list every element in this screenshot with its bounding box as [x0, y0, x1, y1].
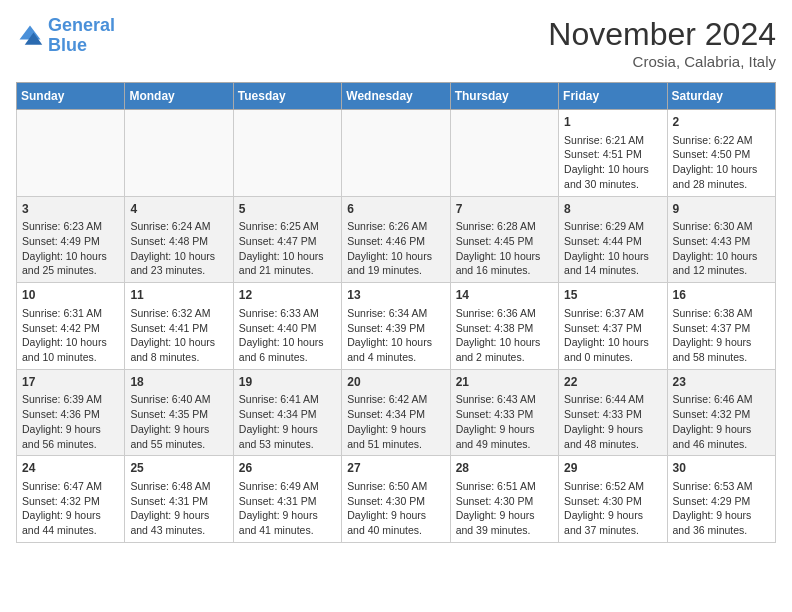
day-number: 17 [22, 374, 119, 391]
calendar-cell: 3Sunrise: 6:23 AMSunset: 4:49 PMDaylight… [17, 196, 125, 283]
calendar-table: SundayMondayTuesdayWednesdayThursdayFrid… [16, 82, 776, 543]
calendar-cell: 10Sunrise: 6:31 AMSunset: 4:42 PMDayligh… [17, 283, 125, 370]
weekday-header-tuesday: Tuesday [233, 83, 341, 110]
day-number: 14 [456, 287, 553, 304]
day-info: Sunrise: 6:53 AMSunset: 4:29 PMDaylight:… [673, 479, 770, 538]
calendar-cell: 28Sunrise: 6:51 AMSunset: 4:30 PMDayligh… [450, 456, 558, 543]
calendar-cell: 21Sunrise: 6:43 AMSunset: 4:33 PMDayligh… [450, 369, 558, 456]
day-number: 9 [673, 201, 770, 218]
day-info: Sunrise: 6:34 AMSunset: 4:39 PMDaylight:… [347, 306, 444, 365]
calendar-cell: 25Sunrise: 6:48 AMSunset: 4:31 PMDayligh… [125, 456, 233, 543]
calendar-cell: 7Sunrise: 6:28 AMSunset: 4:45 PMDaylight… [450, 196, 558, 283]
day-info: Sunrise: 6:24 AMSunset: 4:48 PMDaylight:… [130, 219, 227, 278]
day-info: Sunrise: 6:48 AMSunset: 4:31 PMDaylight:… [130, 479, 227, 538]
day-number: 21 [456, 374, 553, 391]
day-info: Sunrise: 6:41 AMSunset: 4:34 PMDaylight:… [239, 392, 336, 451]
title-block: November 2024 Crosia, Calabria, Italy [548, 16, 776, 70]
calendar-cell: 19Sunrise: 6:41 AMSunset: 4:34 PMDayligh… [233, 369, 341, 456]
day-info: Sunrise: 6:31 AMSunset: 4:42 PMDaylight:… [22, 306, 119, 365]
day-number: 12 [239, 287, 336, 304]
calendar-body: 1Sunrise: 6:21 AMSunset: 4:51 PMDaylight… [17, 110, 776, 543]
day-info: Sunrise: 6:50 AMSunset: 4:30 PMDaylight:… [347, 479, 444, 538]
day-number: 26 [239, 460, 336, 477]
logo: General Blue [16, 16, 115, 56]
day-number: 7 [456, 201, 553, 218]
calendar-cell [450, 110, 558, 197]
calendar-cell: 17Sunrise: 6:39 AMSunset: 4:36 PMDayligh… [17, 369, 125, 456]
weekday-header-saturday: Saturday [667, 83, 775, 110]
day-number: 22 [564, 374, 661, 391]
day-number: 24 [22, 460, 119, 477]
day-number: 28 [456, 460, 553, 477]
calendar-cell: 29Sunrise: 6:52 AMSunset: 4:30 PMDayligh… [559, 456, 667, 543]
calendar-cell [125, 110, 233, 197]
logo-icon [16, 22, 44, 50]
day-info: Sunrise: 6:40 AMSunset: 4:35 PMDaylight:… [130, 392, 227, 451]
page-header: General Blue November 2024 Crosia, Calab… [16, 16, 776, 70]
day-number: 19 [239, 374, 336, 391]
calendar-week-2: 3Sunrise: 6:23 AMSunset: 4:49 PMDaylight… [17, 196, 776, 283]
calendar-cell: 9Sunrise: 6:30 AMSunset: 4:43 PMDaylight… [667, 196, 775, 283]
day-info: Sunrise: 6:25 AMSunset: 4:47 PMDaylight:… [239, 219, 336, 278]
weekday-header-monday: Monday [125, 83, 233, 110]
day-info: Sunrise: 6:36 AMSunset: 4:38 PMDaylight:… [456, 306, 553, 365]
day-info: Sunrise: 6:49 AMSunset: 4:31 PMDaylight:… [239, 479, 336, 538]
calendar-cell: 8Sunrise: 6:29 AMSunset: 4:44 PMDaylight… [559, 196, 667, 283]
day-number: 4 [130, 201, 227, 218]
calendar-cell: 16Sunrise: 6:38 AMSunset: 4:37 PMDayligh… [667, 283, 775, 370]
calendar-cell [17, 110, 125, 197]
day-info: Sunrise: 6:32 AMSunset: 4:41 PMDaylight:… [130, 306, 227, 365]
day-info: Sunrise: 6:30 AMSunset: 4:43 PMDaylight:… [673, 219, 770, 278]
day-number: 30 [673, 460, 770, 477]
calendar-cell: 6Sunrise: 6:26 AMSunset: 4:46 PMDaylight… [342, 196, 450, 283]
day-number: 29 [564, 460, 661, 477]
day-info: Sunrise: 6:29 AMSunset: 4:44 PMDaylight:… [564, 219, 661, 278]
day-info: Sunrise: 6:37 AMSunset: 4:37 PMDaylight:… [564, 306, 661, 365]
day-number: 2 [673, 114, 770, 131]
day-number: 10 [22, 287, 119, 304]
day-number: 23 [673, 374, 770, 391]
calendar-week-1: 1Sunrise: 6:21 AMSunset: 4:51 PMDaylight… [17, 110, 776, 197]
day-info: Sunrise: 6:22 AMSunset: 4:50 PMDaylight:… [673, 133, 770, 192]
calendar-week-4: 17Sunrise: 6:39 AMSunset: 4:36 PMDayligh… [17, 369, 776, 456]
weekday-header-wednesday: Wednesday [342, 83, 450, 110]
weekday-header-friday: Friday [559, 83, 667, 110]
day-number: 16 [673, 287, 770, 304]
day-number: 18 [130, 374, 227, 391]
month-title: November 2024 [548, 16, 776, 53]
day-number: 3 [22, 201, 119, 218]
calendar-cell: 30Sunrise: 6:53 AMSunset: 4:29 PMDayligh… [667, 456, 775, 543]
day-info: Sunrise: 6:23 AMSunset: 4:49 PMDaylight:… [22, 219, 119, 278]
calendar-cell [342, 110, 450, 197]
day-number: 6 [347, 201, 444, 218]
day-info: Sunrise: 6:38 AMSunset: 4:37 PMDaylight:… [673, 306, 770, 365]
calendar-cell: 15Sunrise: 6:37 AMSunset: 4:37 PMDayligh… [559, 283, 667, 370]
day-info: Sunrise: 6:26 AMSunset: 4:46 PMDaylight:… [347, 219, 444, 278]
calendar-cell: 24Sunrise: 6:47 AMSunset: 4:32 PMDayligh… [17, 456, 125, 543]
calendar-header-row: SundayMondayTuesdayWednesdayThursdayFrid… [17, 83, 776, 110]
day-info: Sunrise: 6:28 AMSunset: 4:45 PMDaylight:… [456, 219, 553, 278]
calendar-cell: 23Sunrise: 6:46 AMSunset: 4:32 PMDayligh… [667, 369, 775, 456]
day-info: Sunrise: 6:33 AMSunset: 4:40 PMDaylight:… [239, 306, 336, 365]
logo-text-blue: Blue [48, 35, 87, 55]
day-number: 8 [564, 201, 661, 218]
day-info: Sunrise: 6:44 AMSunset: 4:33 PMDaylight:… [564, 392, 661, 451]
logo-text-general: General [48, 15, 115, 35]
day-info: Sunrise: 6:42 AMSunset: 4:34 PMDaylight:… [347, 392, 444, 451]
calendar-cell: 18Sunrise: 6:40 AMSunset: 4:35 PMDayligh… [125, 369, 233, 456]
calendar-cell: 12Sunrise: 6:33 AMSunset: 4:40 PMDayligh… [233, 283, 341, 370]
weekday-header-thursday: Thursday [450, 83, 558, 110]
day-info: Sunrise: 6:47 AMSunset: 4:32 PMDaylight:… [22, 479, 119, 538]
day-number: 15 [564, 287, 661, 304]
calendar-cell: 13Sunrise: 6:34 AMSunset: 4:39 PMDayligh… [342, 283, 450, 370]
day-info: Sunrise: 6:51 AMSunset: 4:30 PMDaylight:… [456, 479, 553, 538]
calendar-cell [233, 110, 341, 197]
day-number: 11 [130, 287, 227, 304]
day-info: Sunrise: 6:52 AMSunset: 4:30 PMDaylight:… [564, 479, 661, 538]
calendar-cell: 11Sunrise: 6:32 AMSunset: 4:41 PMDayligh… [125, 283, 233, 370]
day-number: 20 [347, 374, 444, 391]
calendar-cell: 2Sunrise: 6:22 AMSunset: 4:50 PMDaylight… [667, 110, 775, 197]
day-number: 27 [347, 460, 444, 477]
calendar-week-3: 10Sunrise: 6:31 AMSunset: 4:42 PMDayligh… [17, 283, 776, 370]
day-info: Sunrise: 6:43 AMSunset: 4:33 PMDaylight:… [456, 392, 553, 451]
